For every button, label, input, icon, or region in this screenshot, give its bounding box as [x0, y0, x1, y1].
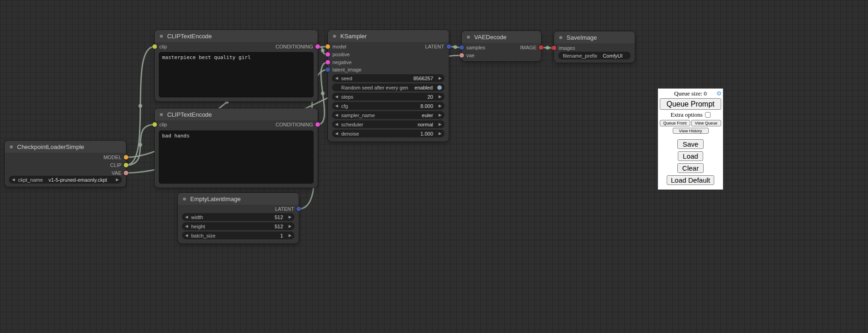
collapse-dot[interactable] [559, 36, 563, 40]
output-dot-model[interactable] [124, 155, 128, 160]
extra-options-label: Extra options [670, 111, 703, 119]
toggle-dot[interactable] [437, 85, 442, 90]
output-dot-clip[interactable] [124, 163, 128, 167]
node-title: CLIPTextEncode [167, 111, 212, 118]
output-dot-conditioning[interactable] [315, 122, 320, 127]
decrement-arrow-icon[interactable]: ◀ [332, 130, 341, 137]
load-button[interactable]: Load [678, 151, 703, 161]
height-widget[interactable]: ◀ height 512 ▶ [182, 222, 295, 230]
random-seed-toggle-widget[interactable]: Random seed after every gen enabled [332, 83, 445, 91]
collapse-dot[interactable] [182, 197, 187, 201]
output-dot-conditioning[interactable] [315, 44, 320, 49]
settings-gear-icon[interactable]: ⚙ [716, 90, 722, 97]
increment-arrow-icon[interactable]: ▶ [435, 74, 445, 82]
view-queue-button[interactable]: View Queue [691, 120, 722, 126]
node-empty-latent-image[interactable]: EmptyLatentImage LATENT ◀ width 512 ▶ ◀ … [178, 193, 299, 244]
widget-value: 8566257 [352, 76, 435, 81]
node-title: VAEDecode [474, 34, 506, 41]
decrement-arrow-icon[interactable]: ◀ [9, 176, 18, 184]
widget-value: euler [375, 113, 435, 118]
load-default-button[interactable]: Load Default [667, 175, 714, 185]
input-dot-images[interactable] [552, 46, 556, 50]
batch-size-widget[interactable]: ◀ batch_size 1 ▶ [182, 232, 295, 239]
widget-value: 20 [353, 94, 435, 100]
node-clip-text-encode-negative[interactable]: CLIPTextEncode clip CONDITIONING bad han… [155, 108, 318, 188]
collapse-dot[interactable] [9, 145, 13, 149]
increment-arrow-icon[interactable]: ▶ [435, 120, 445, 128]
decrement-arrow-icon[interactable]: ◀ [182, 232, 191, 239]
clear-button[interactable]: Clear [677, 163, 704, 173]
decrement-arrow-icon[interactable]: ◀ [182, 213, 191, 221]
output-dot-vae[interactable] [124, 171, 128, 175]
node-title: CheckpointLoaderSimple [17, 143, 84, 150]
collapse-dot[interactable] [159, 34, 163, 38]
filename-prefix-widget[interactable]: filename_prefix ComfyUI [558, 52, 631, 59]
extra-options-row: Extra options [670, 111, 711, 119]
collapse-dot[interactable] [466, 35, 470, 39]
node-save-image[interactable]: SaveImage images filename_prefix ComfyUI [554, 31, 635, 63]
seed-widget[interactable]: ◀ seed 8566257 ▶ [332, 74, 445, 82]
node-vae-decode[interactable]: VAEDecode samples vae IMAGE [462, 31, 541, 61]
node-checkpoint-loader[interactable]: CheckpointLoaderSimple MODEL CLIP VAE ◀ … [5, 141, 126, 187]
output-slot-latent: LATENT [328, 43, 449, 50]
widget-label: scheduler [341, 122, 363, 127]
queue-prompt-button[interactable]: Queue Prompt [660, 98, 721, 110]
node-title-bar[interactable]: CLIPTextEncode [155, 30, 318, 42]
input-dot-vae[interactable] [459, 53, 464, 58]
scheduler-widget[interactable]: ◀ scheduler normal ▶ [332, 120, 445, 128]
negative-prompt-textarea[interactable]: bad hands [159, 131, 313, 184]
slot-label: MODEL [103, 155, 121, 160]
widget-label: width [191, 214, 203, 220]
decrement-arrow-icon[interactable]: ◀ [332, 74, 341, 82]
collapse-dot[interactable] [332, 34, 337, 38]
widget-value: ComfyUI [597, 53, 628, 59]
view-history-button[interactable]: View History [673, 128, 709, 134]
increment-arrow-icon[interactable]: ▶ [285, 222, 295, 230]
decrement-arrow-icon[interactable]: ◀ [332, 111, 341, 119]
queue-buttons-row: Queue Front View Queue [660, 120, 721, 126]
decrement-arrow-icon[interactable]: ◀ [182, 222, 191, 230]
decrement-arrow-icon[interactable]: ◀ [332, 102, 341, 110]
widget-label: seed [341, 76, 352, 81]
slot-label: positive [332, 52, 350, 57]
slot-label: negative [332, 59, 352, 65]
output-slot-clip: CLIP [5, 162, 126, 168]
input-dot-negative[interactable] [326, 60, 330, 65]
node-title-bar[interactable]: EmptyLatentImage [178, 193, 299, 205]
increment-arrow-icon[interactable]: ▶ [435, 130, 445, 137]
queue-front-button[interactable]: Queue Front [660, 120, 690, 126]
node-canvas[interactable]: CheckpointLoaderSimple MODEL CLIP VAE ◀ … [0, 0, 868, 333]
node-ksampler[interactable]: KSampler model positive negative latent_… [328, 30, 449, 142]
node-title-bar[interactable]: CheckpointLoaderSimple [5, 141, 126, 153]
input-dot-positive[interactable] [326, 52, 330, 57]
node-title-bar[interactable]: CLIPTextEncode [155, 108, 318, 120]
cfg-widget[interactable]: ◀ cfg 8.000 ▶ [332, 102, 445, 110]
node-clip-text-encode-positive[interactable]: CLIPTextEncode clip CONDITIONING masterp… [155, 30, 318, 101]
increment-arrow-icon[interactable]: ▶ [285, 232, 295, 239]
ckpt-name-widget[interactable]: ◀ ckpt_name v1-5-pruned-emaonly.ckpt ▶ [9, 176, 122, 184]
denoise-widget[interactable]: ◀ denoise 1.000 ▶ [332, 130, 445, 137]
decrement-arrow-icon[interactable]: ◀ [332, 93, 341, 101]
increment-arrow-icon[interactable]: ▶ [435, 102, 445, 110]
increment-arrow-icon[interactable]: ▶ [435, 111, 445, 119]
node-title-bar[interactable]: KSampler [328, 30, 449, 42]
decrement-arrow-icon[interactable]: ◀ [332, 120, 341, 128]
extra-options-checkbox[interactable] [705, 112, 711, 118]
output-dot-latent[interactable] [446, 44, 451, 49]
increment-arrow-icon[interactable]: ▶ [113, 176, 122, 184]
increment-arrow-icon[interactable]: ▶ [285, 213, 295, 221]
steps-widget[interactable]: ◀ steps 20 ▶ [332, 93, 445, 101]
output-dot-latent[interactable] [296, 207, 301, 211]
sampler-name-widget[interactable]: ◀ sampler_name euler ▶ [332, 111, 445, 119]
width-widget[interactable]: ◀ width 512 ▶ [182, 213, 295, 221]
increment-arrow-icon[interactable]: ▶ [435, 93, 445, 101]
collapse-dot[interactable] [159, 113, 163, 117]
output-dot-image[interactable] [539, 45, 543, 50]
input-dot-latent-image[interactable] [326, 67, 330, 72]
save-button[interactable]: Save [677, 139, 703, 149]
node-title-bar[interactable]: VAEDecode [462, 31, 541, 43]
wire-midpoint-dot [546, 46, 549, 50]
node-title: EmptyLatentImage [190, 196, 241, 202]
positive-prompt-textarea[interactable]: masterpiece best quality girl [159, 52, 313, 97]
node-title-bar[interactable]: SaveImage [554, 31, 635, 43]
